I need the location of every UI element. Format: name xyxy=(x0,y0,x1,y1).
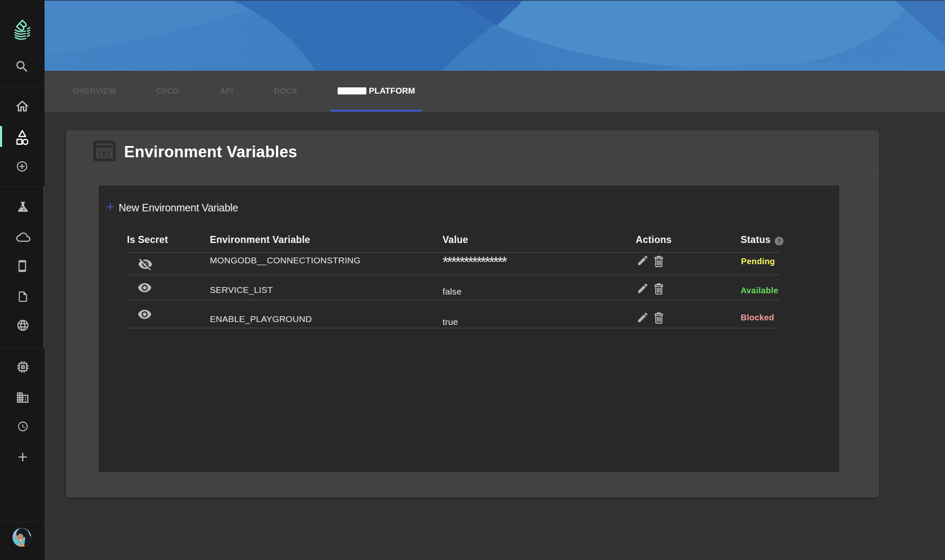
svg-text:?: ? xyxy=(777,238,781,245)
svg-text:(X): (X) xyxy=(98,149,111,158)
